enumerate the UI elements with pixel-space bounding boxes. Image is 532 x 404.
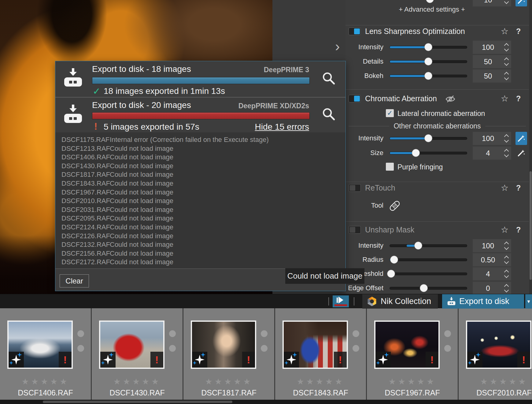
stepper-down-icon[interactable] xyxy=(504,245,509,250)
export-to-disk-button[interactable]: Export to disk xyxy=(442,294,524,309)
favorite-star-icon[interactable]: ☆ xyxy=(501,94,508,104)
stepper-down-icon[interactable] xyxy=(504,0,509,4)
help-icon[interactable]: ? xyxy=(516,94,521,103)
slider-track[interactable] xyxy=(390,272,467,275)
magic-wand-icon[interactable] xyxy=(517,0,525,4)
favorite-star-icon[interactable]: ☆ xyxy=(501,183,508,193)
clear-button[interactable]: Clear xyxy=(60,274,89,287)
value-stepper[interactable] xyxy=(504,43,508,52)
stepper-down-icon[interactable] xyxy=(504,288,509,293)
star-rating[interactable]: ★★★★★ xyxy=(0,377,91,387)
section-enable-toggle[interactable] xyxy=(349,95,361,102)
select-dot[interactable] xyxy=(444,345,451,352)
slider-thumb[interactable] xyxy=(424,134,432,142)
filmstrip-item[interactable]: !★★★★★DSCF1817.RAF xyxy=(183,308,274,400)
slider-track[interactable] xyxy=(390,244,467,247)
filmstrip-item[interactable]: !★★★★★DSCF1430.RAF xyxy=(92,308,183,400)
visibility-off-icon[interactable] xyxy=(445,95,456,103)
stepper-down-icon[interactable] xyxy=(504,76,509,80)
filmstrip-item[interactable]: !★★★★★DSCF1406.RAF xyxy=(0,308,91,400)
slider-thumb[interactable] xyxy=(390,256,398,264)
slider-thumb[interactable] xyxy=(387,270,395,278)
help-icon[interactable]: ? xyxy=(516,27,521,36)
select-dot[interactable] xyxy=(353,330,359,337)
panel-scrollbar-thumb[interactable] xyxy=(530,171,532,280)
stepper-down-icon[interactable] xyxy=(504,259,509,264)
advanced-settings-link[interactable]: + Advanced settings + xyxy=(345,6,518,13)
magnifier-icon[interactable] xyxy=(322,72,335,85)
value-input[interactable]: 50 xyxy=(473,55,511,68)
select-dot[interactable] xyxy=(353,345,359,352)
select-dot[interactable] xyxy=(77,330,84,337)
slider-thumb[interactable] xyxy=(426,0,434,3)
filmstrip-scrollbar[interactable] xyxy=(0,400,532,404)
value-stepper[interactable] xyxy=(504,0,508,5)
star-rating[interactable]: ★★★★★ xyxy=(275,377,366,387)
slider-track[interactable] xyxy=(390,287,467,290)
value-input[interactable]: 100 xyxy=(473,239,511,252)
value-input[interactable]: 100 xyxy=(473,41,511,54)
stepper-down-icon[interactable] xyxy=(504,138,509,143)
magnifier-icon[interactable] xyxy=(322,107,335,121)
star-rating[interactable]: ★★★★★ xyxy=(92,377,183,387)
slider-track[interactable] xyxy=(390,152,467,154)
checkbox[interactable]: ✓ xyxy=(386,109,394,117)
star-rating[interactable]: ★★★★★ xyxy=(183,377,274,387)
help-icon[interactable]: ? xyxy=(516,225,521,234)
export-in-progress-button[interactable] xyxy=(333,295,349,307)
stepper-down-icon[interactable] xyxy=(504,61,509,66)
slider-thumb[interactable] xyxy=(424,43,432,51)
stepper-down-icon[interactable] xyxy=(504,47,509,52)
section-enable-toggle[interactable] xyxy=(349,226,361,234)
filmstrip-item[interactable]: !★★★★★DSCF1967.RAF xyxy=(367,308,458,400)
checkbox[interactable] xyxy=(386,163,394,171)
bandage-icon[interactable] xyxy=(388,199,401,212)
filmstrip-item[interactable]: !★★★★★DSCF1843.RAF xyxy=(275,308,366,400)
filmstrip-scrollbar-thumb[interactable] xyxy=(43,401,232,403)
select-dot[interactable] xyxy=(169,345,176,352)
value-input[interactable]: 50 xyxy=(473,69,511,83)
magic-wand-icon[interactable] xyxy=(517,149,525,157)
collapse-panel-icon[interactable]: › xyxy=(335,39,340,53)
value-input[interactable]: 0.50 xyxy=(473,253,511,266)
select-dot[interactable] xyxy=(261,330,268,337)
select-dot[interactable] xyxy=(77,345,84,352)
nik-collection-button[interactable]: Nik Collection xyxy=(362,294,438,309)
panel-scrollbar[interactable] xyxy=(529,0,532,294)
value-input[interactable]: 4 xyxy=(473,267,511,280)
value-input[interactable]: 0 xyxy=(473,282,511,294)
export-options-dropdown[interactable]: ▼ xyxy=(525,294,532,309)
value-stepper[interactable] xyxy=(504,134,508,143)
select-dot[interactable] xyxy=(169,330,176,337)
value-input[interactable]: 4 xyxy=(473,146,511,160)
value-stepper[interactable] xyxy=(504,72,508,81)
auto-wand-button[interactable] xyxy=(515,132,527,145)
value-stepper[interactable] xyxy=(504,57,508,66)
value-stepper[interactable] xyxy=(504,149,508,158)
value-stepper[interactable] xyxy=(504,241,508,250)
favorite-star-icon[interactable]: ☆ xyxy=(501,26,508,36)
star-rating[interactable]: ★★★★★ xyxy=(459,377,532,387)
value-stepper[interactable] xyxy=(504,269,508,279)
select-dot[interactable] xyxy=(444,330,451,337)
auto-wand-button[interactable] xyxy=(515,146,527,160)
magic-wand-icon[interactable] xyxy=(517,134,525,142)
section-enable-toggle[interactable] xyxy=(349,184,361,192)
section-enable-toggle[interactable] xyxy=(349,28,361,35)
stepper-down-icon[interactable] xyxy=(504,273,509,278)
value-input[interactable]: 100 xyxy=(473,132,511,145)
filmstrip-item[interactable]: !★★★★★DSCF2010.RAF xyxy=(459,308,532,400)
help-icon[interactable]: ? xyxy=(516,183,521,192)
value-stepper[interactable] xyxy=(504,255,508,265)
favorite-star-icon[interactable]: ☆ xyxy=(501,225,508,235)
slider-thumb[interactable] xyxy=(424,57,432,65)
slider-thumb[interactable] xyxy=(414,242,422,250)
select-dot[interactable] xyxy=(261,345,268,352)
hide-errors-link[interactable]: Hide 15 errors xyxy=(255,122,309,132)
slider-thumb[interactable] xyxy=(420,284,428,292)
slider-thumb[interactable] xyxy=(412,149,420,157)
slider-thumb[interactable] xyxy=(424,72,432,80)
stepper-down-icon[interactable] xyxy=(504,153,509,158)
slider-track[interactable] xyxy=(390,258,467,261)
value-stepper[interactable] xyxy=(504,284,508,293)
